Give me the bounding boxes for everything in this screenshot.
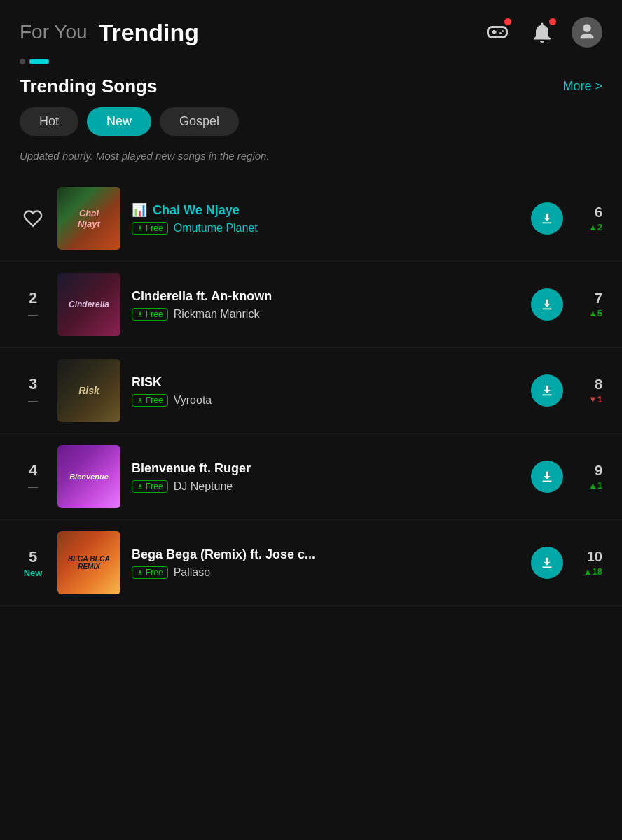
artist-name-3: Vyroota (174, 394, 212, 407)
stat-number-4: 9 (595, 463, 602, 479)
artist-name-2: Rickman Manrick (174, 308, 260, 321)
download-icon-3 (539, 383, 555, 398)
album-art-1: ChaiNjayt (57, 187, 120, 250)
download-button-2[interactable] (531, 288, 563, 321)
song-meta-3: Free Vyroota (132, 394, 520, 407)
avatar-icon (577, 22, 597, 42)
download-button-3[interactable] (531, 374, 563, 407)
trending-chart-icon: 📊 (132, 202, 147, 218)
album-art-4: Bienvenue (57, 445, 120, 508)
rank-new-5: New (24, 568, 43, 578)
song-title-row-4: Bienvenue ft. Ruger (132, 461, 520, 476)
gamepad-button[interactable] (482, 17, 513, 48)
song-title-row-5: Bega Bega (Remix) ft. Jose c... (132, 547, 520, 562)
rank-col-3: 3 — (20, 375, 46, 406)
song-info-1: 📊 Chai We Njaye Free Omutume Planet (132, 202, 520, 234)
album-art-2: Cinderella (57, 273, 120, 336)
app-header: For You Trending (0, 0, 622, 56)
stats-col-5: 10 ▲18 (574, 549, 602, 577)
nav-for-you[interactable]: For You (20, 21, 88, 43)
rank-dash-4: — (28, 481, 38, 492)
notification-button[interactable] (527, 17, 558, 48)
section-header: Trending Songs More > (0, 70, 622, 107)
download-badge-icon-5 (137, 569, 144, 576)
song-row[interactable]: 3 — Risk RISK Free Vyroota 8 ▼1 (0, 348, 622, 434)
rank-number-5: 5 (29, 548, 37, 566)
download-button-4[interactable] (531, 461, 563, 493)
song-title-3: RISK (132, 375, 162, 390)
header-icons (482, 17, 602, 48)
song-title-1: Chai We Njaye (153, 203, 240, 218)
artist-name-5: Pallaso (174, 566, 210, 579)
stat-change-2: ▲5 (588, 308, 602, 318)
free-badge-1: Free (132, 222, 168, 234)
rank-dash-3: — (28, 395, 38, 406)
download-icon-4 (539, 469, 555, 484)
filter-tabs: Hot New Gospel (0, 107, 622, 147)
rank-col-2: 2 — (20, 289, 46, 320)
stat-number-3: 8 (595, 377, 602, 393)
free-badge-2: Free (132, 308, 168, 321)
download-button-1[interactable] (531, 202, 563, 234)
song-list: ChaiNjayt 📊 Chai We Njaye Free Omutume P… (0, 176, 622, 606)
album-art-5: BEGA BEGA REMIX (57, 531, 120, 594)
stat-change-4: ▲1 (588, 480, 602, 491)
download-icon-5 (539, 555, 555, 570)
download-button-5[interactable] (531, 547, 563, 579)
avatar-button[interactable] (572, 17, 602, 48)
song-meta-2: Free Rickman Manrick (132, 308, 520, 321)
rank-col (20, 207, 46, 230)
tab-new[interactable]: New (87, 107, 151, 136)
song-info-2: Cinderella ft. An-known Free Rickman Man… (132, 289, 520, 321)
artist-name-4: DJ Neptune (174, 480, 233, 493)
download-badge-icon-1 (137, 225, 144, 232)
rank-col-5: 5 New (20, 548, 46, 578)
song-title-2: Cinderella ft. An-known (132, 289, 272, 304)
album-art-3: Risk (57, 359, 120, 422)
rank-col-4: 4 — (20, 461, 46, 492)
favorite-button[interactable] (22, 207, 44, 230)
free-badge-5: Free (132, 566, 168, 579)
song-info-5: Bega Bega (Remix) ft. Jose c... Free Pal… (132, 547, 520, 579)
song-title-5: Bega Bega (Remix) ft. Jose c... (132, 547, 315, 562)
song-title-4: Bienvenue ft. Ruger (132, 461, 251, 476)
song-meta-1: Free Omutume Planet (132, 222, 520, 234)
gamepad-badge (504, 18, 511, 25)
header-nav: For You Trending (20, 19, 482, 46)
download-icon-2 (539, 297, 555, 312)
notification-badge (549, 18, 556, 25)
song-row[interactable]: 2 — Cinderella Cinderella ft. An-known F… (0, 262, 622, 348)
stats-col-2: 7 ▲5 (574, 290, 602, 318)
download-badge-icon-2 (137, 311, 144, 318)
indicator-dot (20, 59, 25, 64)
stat-number-5: 10 (587, 549, 602, 565)
indicator-row (0, 56, 622, 70)
rank-number-2: 2 (29, 289, 37, 307)
stat-change-1: ▲2 (588, 222, 602, 232)
indicator-active (29, 59, 49, 64)
rank-dash-2: — (28, 309, 38, 320)
artist-name-1: Omutume Planet (174, 222, 258, 234)
rank-number-4: 4 (29, 461, 37, 479)
stats-col-4: 9 ▲1 (574, 463, 602, 491)
download-badge-icon-3 (137, 397, 144, 404)
song-meta-5: Free Pallaso (132, 566, 520, 579)
song-row[interactable]: ChaiNjayt 📊 Chai We Njaye Free Omutume P… (0, 176, 622, 262)
song-title-row-2: Cinderella ft. An-known (132, 289, 520, 304)
stat-number-1: 6 (595, 204, 602, 220)
song-row[interactable]: 5 New BEGA BEGA REMIX Bega Bega (Remix) … (0, 520, 622, 606)
tab-gospel[interactable]: Gospel (160, 107, 239, 136)
nav-trending[interactable]: Trending (99, 19, 200, 46)
song-row[interactable]: 4 — Bienvenue Bienvenue ft. Ruger Free D… (0, 434, 622, 520)
more-link[interactable]: More > (562, 79, 602, 94)
song-info-4: Bienvenue ft. Ruger Free DJ Neptune (132, 461, 520, 493)
download-icon-1 (539, 211, 555, 226)
song-meta-4: Free DJ Neptune (132, 480, 520, 493)
download-badge-icon-4 (137, 483, 144, 490)
free-badge-3: Free (132, 394, 168, 407)
rank-number-3: 3 (29, 375, 37, 393)
stats-col-3: 8 ▼1 (574, 377, 602, 405)
tab-hot[interactable]: Hot (20, 107, 78, 136)
song-title-row-1: 📊 Chai We Njaye (132, 202, 520, 218)
heart-icon (23, 209, 43, 228)
